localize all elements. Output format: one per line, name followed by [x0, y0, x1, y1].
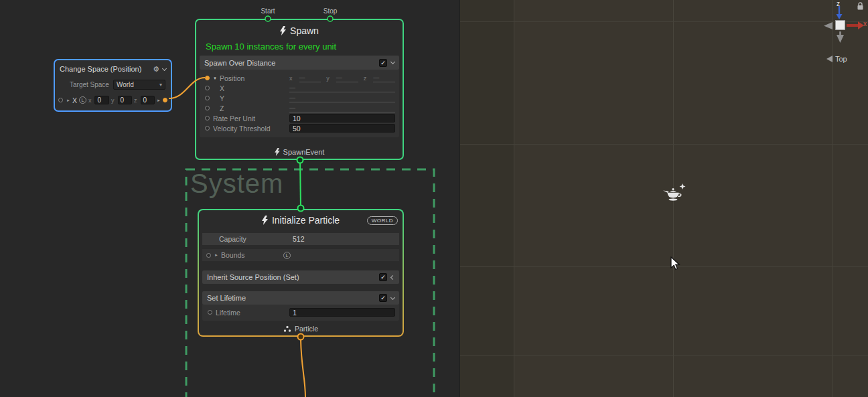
spawn-start-flow-label: Start	[261, 7, 275, 15]
change-space-title: Change Space (Position)	[60, 65, 149, 73]
initialize-title-row: Initialize Particle WORLD	[199, 210, 403, 230]
position-input-port[interactable]	[205, 76, 210, 80]
space-toggle-local-icon[interactable]: L	[283, 252, 291, 259]
velocity-label: Velocity Threshold	[213, 125, 271, 133]
axis-y-label: y	[326, 75, 330, 82]
initialize-node-title: Initialize Particle	[272, 215, 340, 226]
particle-output-label: Particle	[295, 325, 318, 333]
rate-input-port[interactable]	[205, 116, 210, 121]
view-orientation-button[interactable]: Top	[826, 55, 847, 63]
spawn-output-row: SpawnEvent	[196, 148, 403, 156]
position-row: ▼ Position x— y— z—	[204, 73, 395, 83]
position-value-fields: x— y— z—	[289, 74, 395, 82]
x-value-field[interactable]: 0	[94, 96, 109, 104]
y-input-port[interactable]	[205, 96, 210, 100]
axis-z-label: z	[134, 97, 137, 104]
block-enabled-checkbox[interactable]: ✓	[379, 294, 387, 302]
spawn-over-distance-header[interactable]: Spawn Over Distance ✓	[200, 56, 399, 70]
spawn-node-title: Spawn	[290, 25, 319, 36]
lifetime-input-port[interactable]	[208, 310, 212, 315]
chevron-down-icon[interactable]	[162, 66, 167, 70]
lock-icon[interactable]	[857, 2, 864, 11]
x-subrow: X —	[204, 83, 395, 93]
gizmo-x-axis-bar[interactable]	[847, 24, 859, 27]
change-space-output-port[interactable]	[163, 98, 167, 102]
vfx-lamp-gizmo[interactable]	[662, 182, 689, 205]
spawn-title-row: Spawn	[196, 20, 403, 42]
target-space-dropdown[interactable]: World ▾	[113, 80, 165, 90]
port-arrow-icon: ►	[66, 98, 70, 102]
world-space-badge[interactable]: WORLD	[367, 216, 398, 225]
z-value-field[interactable]: 0	[141, 96, 155, 104]
target-space-label: Target Space	[70, 81, 109, 88]
spawn-context-node[interactable]: Spawn Spawn 10 instances for every unit …	[195, 19, 404, 160]
x-input-port[interactable]	[58, 98, 63, 102]
dropdown-caret-icon: ▾	[159, 82, 162, 88]
block-enabled-checkbox[interactable]: ✓	[379, 59, 387, 67]
expand-triangle-icon[interactable]: ▼	[213, 76, 217, 80]
lightning-icon	[262, 216, 268, 225]
grid-line	[460, 21, 868, 22]
block-enabled-checkbox[interactable]: ✓	[379, 273, 387, 281]
grid-line	[460, 266, 868, 267]
gizmo-z-axis-arrow[interactable]	[835, 6, 843, 21]
y-subrow: Y —	[204, 93, 395, 103]
block-title: Set Lifetime	[207, 294, 375, 302]
rate-per-unit-row: Rate Per Unit 10	[204, 113, 395, 123]
capacity-field[interactable]: 512	[293, 235, 305, 243]
lightning-icon	[275, 148, 280, 156]
view-orientation-label: Top	[835, 55, 847, 63]
particle-output-edge[interactable]	[301, 337, 305, 397]
position-y-field[interactable]: —	[336, 74, 358, 82]
x-field[interactable]: —	[289, 84, 395, 92]
x-input-port[interactable]	[205, 86, 210, 90]
position-z-field[interactable]: —	[373, 74, 395, 82]
port-arrow-icon: ►	[214, 253, 218, 257]
spawn-to-initialize-edge[interactable]	[300, 160, 301, 208]
capacity-row: Capacity 512	[202, 233, 399, 245]
gizmo-center-cube[interactable]	[835, 20, 845, 30]
chevron-left-icon[interactable]	[390, 274, 395, 279]
position-x-field[interactable]: —	[299, 74, 321, 82]
set-lifetime-body: Lifetime 1	[202, 305, 399, 321]
set-lifetime-header[interactable]: Set Lifetime ✓	[202, 291, 399, 305]
rate-label: Rate Per Unit	[213, 114, 255, 123]
grid-line	[514, 0, 514, 397]
particle-icon	[283, 325, 291, 333]
gear-icon[interactable]: ⚙	[153, 65, 159, 74]
grid-line	[460, 355, 868, 355]
target-space-value: World	[117, 81, 134, 88]
lifetime-label: Lifetime	[216, 309, 240, 317]
mouse-cursor	[670, 256, 681, 271]
lifetime-field[interactable]: 1	[289, 308, 395, 317]
change-space-io-row: ► X L x 0 y 0 z 0 ►	[55, 91, 171, 109]
y-value-field[interactable]: 0	[118, 96, 133, 104]
space-toggle-local-icon[interactable]: L	[79, 96, 86, 104]
axis-x-label: x	[88, 97, 92, 104]
gizmo-down-axis-cone[interactable]	[837, 31, 844, 44]
y-field[interactable]: —	[289, 94, 395, 102]
lifetime-row: Lifetime 1	[206, 307, 395, 317]
velocity-input-port[interactable]	[205, 126, 210, 131]
change-space-node[interactable]: Change Space (Position) ⚙ Target Space W…	[54, 59, 172, 112]
gizmo-left-axis-cone[interactable]	[824, 22, 833, 29]
inherit-source-position-header[interactable]: Inherit Source Position (Set) ✓	[202, 270, 399, 284]
z-subrow: Z —	[204, 103, 395, 113]
block-title: Inherit Source Position (Set)	[207, 273, 375, 281]
z-field[interactable]: —	[289, 104, 395, 112]
z-input-port[interactable]	[205, 106, 210, 110]
target-space-row: Target Space World ▾	[55, 78, 171, 91]
velocity-threshold-row: Velocity Threshold 50	[204, 123, 395, 133]
particle-output-row: Particle	[199, 325, 403, 333]
axis-y-label: y	[111, 97, 115, 104]
rate-per-unit-field[interactable]: 10	[289, 114, 395, 123]
initialize-particle-node[interactable]: Initialize Particle WORLD Capacity 512 ►…	[198, 209, 404, 337]
bounds-input-port[interactable]	[206, 253, 211, 258]
chevron-down-icon[interactable]	[390, 295, 395, 299]
scene-view[interactable]: z x Top	[459, 0, 868, 397]
vfx-graph-panel[interactable]: Start Stop System Spawn Spawn 10 instanc…	[0, 0, 459, 397]
capacity-label: Capacity	[219, 235, 246, 243]
z-label: Z	[220, 104, 224, 112]
velocity-threshold-field[interactable]: 50	[289, 124, 395, 133]
chevron-down-icon[interactable]	[390, 60, 395, 64]
